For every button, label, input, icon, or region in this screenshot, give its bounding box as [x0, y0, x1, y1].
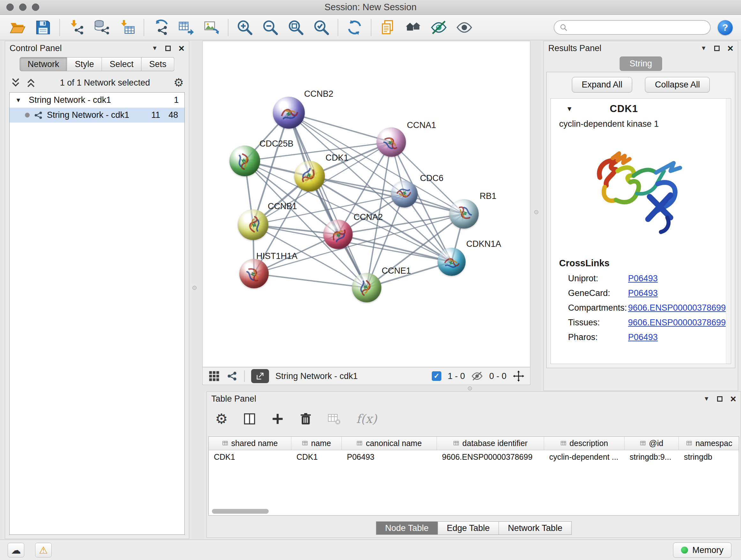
- network-node-ccna1[interactable]: [377, 127, 406, 157]
- zoom-selected-button[interactable]: [312, 18, 331, 37]
- cloud-button[interactable]: ☁: [8, 543, 24, 557]
- network-node-rb1[interactable]: [449, 199, 479, 229]
- table-cell[interactable]: P06493: [342, 450, 437, 463]
- tab-select[interactable]: Select: [102, 57, 141, 71]
- delete-column-button[interactable]: [297, 411, 314, 427]
- expand-all-chevron-icon[interactable]: [10, 77, 21, 88]
- help-button[interactable]: ?: [718, 20, 733, 35]
- collapse-all-button[interactable]: Collapse All: [645, 77, 710, 92]
- tree-expand-arrow[interactable]: ▼: [15, 97, 25, 104]
- window-zoom-button[interactable]: [32, 3, 39, 11]
- tab-network[interactable]: Network: [19, 57, 67, 71]
- add-column-button[interactable]: [269, 411, 286, 427]
- panel-collapse-icon[interactable]: ▼: [701, 45, 707, 52]
- tab-edge-table[interactable]: Edge Table: [438, 521, 499, 535]
- string-home-button[interactable]: [404, 18, 422, 37]
- crosslink-value-link[interactable]: 9606.ENSP00000378699: [628, 318, 726, 327]
- crosslink-value-link[interactable]: 9606.ENSP00000378699: [628, 303, 726, 313]
- network-node-cdk1[interactable]: [294, 161, 325, 192]
- column-header--id[interactable]: @id: [624, 437, 679, 450]
- export-image-button[interactable]: [202, 18, 221, 37]
- tab-network-table[interactable]: Network Table: [499, 521, 572, 535]
- network-node-ccnb2[interactable]: [273, 97, 305, 129]
- column-header-database-identifier[interactable]: database identifier: [437, 437, 544, 450]
- right-splitter-handle[interactable]: [534, 210, 538, 214]
- documents-button[interactable]: [379, 18, 397, 37]
- zoom-fit-button[interactable]: [286, 18, 305, 37]
- window-minimize-button[interactable]: [19, 3, 26, 11]
- warnings-button[interactable]: ⚠: [35, 543, 52, 557]
- tab-style[interactable]: Style: [67, 57, 102, 71]
- panel-collapse-icon[interactable]: ▼: [152, 45, 158, 52]
- table-row[interactable]: CDK1CDK1P064939606.ENSP00000378699cyclin…: [209, 450, 739, 463]
- results-scrollbar[interactable]: [726, 99, 731, 364]
- table-cell[interactable]: stringdb: [679, 450, 739, 463]
- search-box[interactable]: [554, 20, 711, 35]
- column-header-namespac[interactable]: namespac: [679, 437, 739, 450]
- panel-float-icon[interactable]: [714, 46, 720, 51]
- glassball-toggle-button[interactable]: [429, 18, 448, 37]
- crosslink-value-link[interactable]: P06493: [628, 273, 658, 284]
- bottom-splitter-handle[interactable]: [468, 386, 472, 390]
- show-labels-toggle-button[interactable]: [455, 18, 474, 37]
- left-splitter-handle[interactable]: [192, 286, 197, 290]
- column-header-canonical-name[interactable]: canonical name: [342, 437, 437, 450]
- show-columns-button[interactable]: [241, 411, 258, 427]
- new-network-from-selection-button[interactable]: [151, 18, 170, 37]
- network-node-ccnb1[interactable]: [238, 209, 268, 240]
- expand-all-button[interactable]: Expand All: [572, 77, 632, 92]
- panel-close-icon[interactable]: ×: [730, 394, 736, 404]
- tab-string[interactable]: String: [620, 57, 662, 71]
- memory-button[interactable]: Memory: [673, 543, 731, 558]
- window-titlebar[interactable]: Session: New Session: [0, 0, 741, 15]
- fit-selected-crosshair-button[interactable]: [513, 370, 524, 382]
- zoom-in-button[interactable]: [235, 18, 254, 37]
- import-network-from-file-button[interactable]: [67, 18, 85, 37]
- network-canvas[interactable]: CCNB2CCNA1CDC25BCDK1CDC6RB1CCNB1CCNA2CDK…: [202, 41, 530, 367]
- import-table-from-file-button[interactable]: [118, 18, 137, 37]
- table-cell[interactable]: cyclin-dependent ...: [544, 450, 624, 463]
- network-node-ccne1[interactable]: [352, 273, 381, 302]
- panel-collapse-icon[interactable]: ▼: [704, 395, 710, 402]
- column-header-description[interactable]: description: [544, 437, 624, 450]
- apply-preferred-layout-button[interactable]: [345, 18, 364, 37]
- crosslink-value-link[interactable]: P06493: [628, 332, 658, 342]
- panel-float-icon[interactable]: [717, 396, 723, 401]
- network-node-cdc6[interactable]: [391, 181, 418, 207]
- function-builder-button[interactable]: f(x): [356, 412, 377, 426]
- open-in-new-button[interactable]: [251, 369, 269, 383]
- gene-header-row[interactable]: ▼ CDK1: [551, 100, 731, 118]
- table-horizontal-scrollbar[interactable]: [212, 509, 269, 514]
- panel-float-icon[interactable]: [165, 46, 171, 51]
- column-header-shared-name[interactable]: shared name: [209, 437, 291, 450]
- network-node-cdc25b[interactable]: [229, 145, 260, 176]
- network-node-cdkn1a[interactable]: [437, 248, 466, 276]
- tab-sets[interactable]: Sets: [142, 57, 175, 71]
- open-session-button[interactable]: [8, 18, 27, 37]
- table-cell[interactable]: CDK1: [209, 450, 291, 463]
- table-cell[interactable]: stringdb:9...: [624, 450, 679, 463]
- panel-close-icon[interactable]: ×: [727, 43, 733, 53]
- crosslink-value-link[interactable]: P06493: [628, 288, 658, 298]
- network-collection-row[interactable]: ▼ String Network - cdk1 1: [10, 92, 185, 108]
- zoom-out-button[interactable]: [261, 18, 280, 37]
- panel-close-icon[interactable]: ×: [179, 43, 185, 53]
- save-session-button[interactable]: [34, 18, 52, 37]
- selected-checkbox-icon[interactable]: ✓: [432, 371, 441, 381]
- table-cell[interactable]: CDK1: [291, 450, 342, 463]
- grid-view-button[interactable]: [208, 370, 220, 382]
- table-cell[interactable]: 9606.ENSP00000378699: [437, 450, 544, 463]
- gene-collapse-arrow-icon[interactable]: ▼: [566, 105, 573, 113]
- network-node-ccna2[interactable]: [323, 220, 353, 249]
- search-input[interactable]: [571, 23, 705, 33]
- window-close-button[interactable]: [6, 3, 14, 11]
- tab-node-table[interactable]: Node Table: [376, 521, 438, 535]
- export-table-button[interactable]: [177, 18, 195, 37]
- network-overview-button[interactable]: [226, 370, 238, 382]
- column-header-name[interactable]: name: [291, 437, 342, 450]
- network-options-gear-button[interactable]: ⚙: [174, 77, 184, 88]
- hidden-eye-button[interactable]: [471, 370, 483, 382]
- table-settings-gear-button[interactable]: ⚙: [213, 411, 230, 427]
- network-row[interactable]: String Network - cdk1 11 48: [10, 108, 185, 123]
- import-network-from-database-button[interactable]: [92, 18, 111, 37]
